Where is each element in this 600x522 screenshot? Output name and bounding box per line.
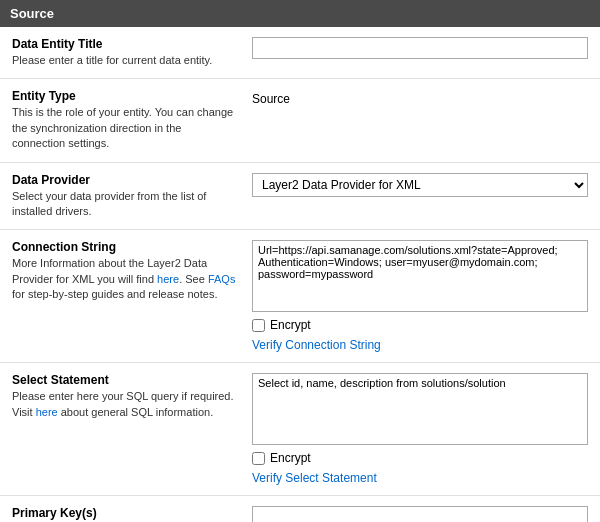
connection-string-verify-link[interactable]: Verify Connection String [252,338,588,352]
select-statement-here-link[interactable]: here [36,406,58,418]
data-provider-control: Layer2 Data Provider for XML [252,173,588,197]
entity-type-label: Entity Type [12,89,236,103]
primary-keys-row: Primary Key(s) Please enter primary key … [0,496,600,522]
connection-string-control: Url=https://api.samanage.com/solutions.x… [252,240,588,352]
entity-type-row: Entity Type This is the role of your ent… [0,79,600,162]
select-statement-encrypt-checkbox[interactable] [252,452,265,465]
window-title-bar: Source [0,0,600,27]
connection-string-row: Connection String More Information about… [0,230,600,363]
primary-keys-input[interactable]: id [252,506,588,522]
select-statement-verify-link[interactable]: Verify Select Statement [252,471,588,485]
select-statement-label: Select Statement [12,373,236,387]
select-statement-label-area: Select Statement Please enter here your … [12,373,252,420]
select-statement-row: Select Statement Please enter here your … [0,363,600,496]
window-title: Source [10,6,54,21]
data-entity-title-input[interactable]: Source [252,37,588,59]
entity-type-desc: This is the role of your entity. You can… [12,105,236,151]
connection-string-faqs-link[interactable]: FAQs [208,273,236,285]
data-entity-title-row: Data Entity Title Please enter a title f… [0,27,600,79]
connection-string-desc-suffix: for step-by-step guides and release note… [12,288,217,300]
entity-type-label-area: Entity Type This is the role of your ent… [12,89,252,151]
select-statement-textarea[interactable]: Select id, name, description from soluti… [252,373,588,445]
primary-keys-label: Primary Key(s) [12,506,236,520]
connection-string-desc: More Information about the Layer2 Data P… [12,256,236,302]
connection-string-encrypt-label: Encrypt [270,318,311,332]
select-statement-encrypt-row: Encrypt [252,451,588,465]
data-provider-select[interactable]: Layer2 Data Provider for XML [252,173,588,197]
primary-keys-control: id Encrypt Verify Primary Key [252,506,588,522]
select-statement-encrypt-label: Encrypt [270,451,311,465]
select-statement-desc-suffix: about general SQL information. [58,406,214,418]
entity-type-control: Source [252,89,588,106]
data-entity-title-control: Source [252,37,588,59]
connection-string-label-area: Connection String More Information about… [12,240,252,302]
data-provider-row: Data Provider Select your data provider … [0,163,600,231]
connection-string-desc-middle: . See [179,273,208,285]
data-entity-title-desc: Please enter a title for current data en… [12,53,236,68]
main-content: Data Entity Title Please enter a title f… [0,27,600,522]
data-provider-desc: Select your data provider from the list … [12,189,236,220]
data-entity-title-label-area: Data Entity Title Please enter a title f… [12,37,252,68]
primary-keys-label-area: Primary Key(s) Please enter primary key … [12,506,252,522]
select-statement-control: Select id, name, description from soluti… [252,373,588,485]
connection-string-here-link[interactable]: here [157,273,179,285]
entity-type-value: Source [252,89,588,106]
data-entity-title-label: Data Entity Title [12,37,236,51]
connection-string-encrypt-checkbox[interactable] [252,319,265,332]
connection-string-label: Connection String [12,240,236,254]
data-provider-label-area: Data Provider Select your data provider … [12,173,252,220]
connection-string-encrypt-row: Encrypt [252,318,588,332]
data-provider-label: Data Provider [12,173,236,187]
connection-string-textarea[interactable]: Url=https://api.samanage.com/solutions.x… [252,240,588,312]
select-statement-desc: Please enter here your SQL query if requ… [12,389,236,420]
